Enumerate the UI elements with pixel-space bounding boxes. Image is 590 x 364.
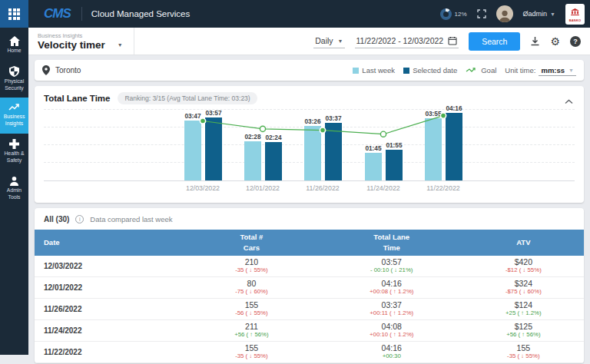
settings-gear-icon[interactable]: ⚙ bbox=[550, 35, 560, 48]
cell-delta: +56 ( ↑ 56%) bbox=[183, 331, 320, 338]
legend-item-selected-date[interactable]: Selected date bbox=[403, 66, 457, 74]
cell-value: 155 bbox=[183, 343, 320, 352]
sidebar-item-health-safety[interactable]: Health & Safety bbox=[0, 134, 28, 170]
chevron-down-icon: ▼ bbox=[568, 68, 574, 73]
sidebar-item-label: Health & Safety bbox=[1, 151, 28, 164]
column-header-total-cars: Total # Cars bbox=[183, 230, 320, 256]
cell-cars: 155-56 ( ↓ 55%) bbox=[183, 300, 320, 316]
cell-delta: -$75 ( ↓ 60%) bbox=[463, 288, 584, 295]
download-icon[interactable] bbox=[530, 36, 540, 46]
chart-legend: Last weekSelected dateGoal bbox=[353, 66, 496, 74]
cell-delta: -56 ( ↓ 55%) bbox=[183, 309, 320, 316]
cell-value: 04:16 bbox=[320, 343, 463, 352]
table-body: 12/03/2022210-35 ( ↓ 55%)03:57- 00:10 ( … bbox=[35, 256, 584, 363]
partner-name: BANKO bbox=[569, 18, 582, 22]
chevron-down-icon: ▼ bbox=[550, 12, 555, 17]
cell-value: $420 bbox=[463, 257, 584, 266]
column-header-atv: ATV bbox=[463, 235, 584, 250]
legend-item-last-week[interactable]: Last week bbox=[353, 66, 395, 74]
app-launcher-button[interactable] bbox=[0, 0, 28, 28]
cell-value: 211 bbox=[183, 322, 320, 331]
cell-cars: 155-35 ( ↓ 55%) bbox=[183, 343, 320, 359]
page-header: Business Insights Velocity timer ▼ Daily… bbox=[28, 28, 590, 55]
unit-time-select[interactable]: mm:ss ▼ bbox=[539, 65, 576, 76]
x-axis-label: 11/22/2022 bbox=[426, 184, 459, 192]
legend-item-goal[interactable]: Goal bbox=[466, 66, 496, 74]
cell-value: 155 bbox=[183, 300, 320, 309]
x-axis-label: 12/03/2022 bbox=[186, 184, 220, 192]
cell-delta: +00:10 ( ↑ 1.2%) bbox=[320, 331, 463, 338]
progress-donut-icon bbox=[440, 8, 452, 20]
table-row[interactable]: 11/26/2022155-56 ( ↓ 55%)03:37+00:11 ( ↑… bbox=[35, 299, 584, 320]
cell-lane: 04:16+00:08 ( ↑ 1.2%) bbox=[320, 279, 463, 295]
cell-lane: 03:57- 00:10 ( ↓ 21%) bbox=[320, 257, 463, 273]
usage-progress: 12% bbox=[440, 8, 467, 20]
report-selector[interactable]: Business Insights Velocity timer ▼ bbox=[28, 28, 134, 55]
user-menu[interactable]: Øadmin ▼ bbox=[523, 10, 555, 18]
cell-atv: $124+25 ( ↑ 1.2%) bbox=[463, 300, 584, 316]
sidebar-item-label: Home bbox=[1, 48, 28, 55]
unit-time-label: Unit time: bbox=[505, 66, 535, 74]
legend-swatch-icon bbox=[353, 68, 359, 74]
cell-value: 04:16 bbox=[320, 279, 463, 288]
table-row[interactable]: 11/24/2022211+56 ( ↑ 56%)04:08+00:10 ( ↑… bbox=[35, 320, 584, 342]
search-button[interactable]: Search bbox=[469, 32, 520, 51]
sidebar-item-business-insights[interactable]: Business Insights bbox=[0, 98, 28, 134]
cell-value: 04:08 bbox=[320, 322, 463, 331]
table-row[interactable]: 12/03/2022210-35 ( ↓ 55%)03:57- 00:10 ( … bbox=[35, 256, 584, 277]
legend-swatch-icon bbox=[403, 68, 409, 74]
table-filter-all[interactable]: All (30) bbox=[44, 215, 69, 223]
page-title: Velocity timer bbox=[38, 39, 105, 51]
progress-label: 12% bbox=[455, 11, 467, 18]
bank-icon bbox=[571, 5, 579, 18]
cell-atv: $420-$12 ( ↓ 55%) bbox=[463, 257, 584, 273]
chart-title: Total Lane Time bbox=[44, 94, 110, 103]
sidebar-item-home[interactable]: Home bbox=[0, 31, 28, 61]
cell-value: 155 bbox=[463, 343, 584, 352]
cms-logo: CMS bbox=[44, 6, 71, 22]
goal-line bbox=[44, 109, 575, 182]
cell-delta: - 00:10 ( ↓ 21%) bbox=[320, 266, 463, 273]
chevron-down-icon: ▼ bbox=[338, 38, 343, 44]
table-row[interactable]: 12/01/202280-75 ( ↓ 60%)04:16+00:08 ( ↑ … bbox=[35, 277, 584, 299]
ranking-badge: Ranking: 3/15 (Avg Total Lane Time: 03:2… bbox=[118, 92, 257, 104]
unit-time-value: mm:ss bbox=[541, 66, 565, 74]
cell-delta: +25 ( ↑ 1.2%) bbox=[463, 309, 584, 316]
user-avatar[interactable] bbox=[496, 5, 513, 22]
sidebar-item-admin-tools[interactable]: Admin Tools bbox=[0, 170, 28, 207]
cell-delta: -35 ( ↓ 55%) bbox=[183, 352, 320, 359]
unit-time-control: Unit time: mm:ss ▼ bbox=[505, 65, 576, 76]
sidebar-item-label: Admin Tools bbox=[1, 187, 28, 201]
collapse-chevron-up-icon[interactable] bbox=[565, 94, 573, 108]
table-row[interactable]: 11/22/2022155-35 ( ↓ 55%)04:16+00:30155-… bbox=[35, 342, 584, 363]
partner-logo-badge[interactable]: BANKO bbox=[565, 4, 585, 25]
data-table-card: All (30) i Data compared last week Date … bbox=[35, 208, 584, 363]
location-selector[interactable]: Toronto bbox=[42, 65, 81, 75]
divider bbox=[81, 7, 82, 21]
cell-value: 03:57 bbox=[320, 257, 463, 266]
location-label: Toronto bbox=[55, 66, 81, 74]
cell-date: 11/24/2022 bbox=[35, 326, 183, 335]
date-range-input[interactable]: 11/22/2022 - 12/03/2022 bbox=[355, 34, 459, 48]
goal-line-icon bbox=[466, 67, 478, 74]
cell-lane: 04:08+00:10 ( ↑ 1.2%) bbox=[320, 322, 463, 338]
cell-date: 11/22/2022 bbox=[35, 348, 183, 356]
cell-atv: $324-$75 ( ↓ 60%) bbox=[463, 279, 584, 295]
sidebar-item-physical-security[interactable]: Physical Security bbox=[0, 61, 28, 98]
cell-delta: +00:11 ( ↑ 1.2%) bbox=[320, 309, 463, 316]
cell-cars: 211+56 ( ↑ 56%) bbox=[183, 322, 320, 338]
chart-icon bbox=[1, 103, 28, 112]
sidebar-item-label: Business Insights bbox=[1, 114, 28, 127]
bar-chart-plot[interactable]: 03:4702:2803:2601:4503:5503:5702:2403:37… bbox=[44, 109, 575, 198]
interval-value: Daily bbox=[315, 36, 333, 45]
help-icon[interactable]: ? bbox=[570, 36, 581, 47]
x-axis-label: 12/01/2022 bbox=[246, 184, 280, 192]
cell-delta: +00:30 bbox=[320, 352, 463, 359]
legend-label: Last week bbox=[362, 66, 395, 74]
cell-value: $125 bbox=[463, 322, 584, 331]
cell-cars: 80-75 ( ↓ 60%) bbox=[183, 279, 320, 295]
fullscreen-icon[interactable] bbox=[477, 9, 486, 18]
interval-select[interactable]: Daily ▼ bbox=[313, 34, 344, 48]
sidebar-item-label: Physical Security bbox=[1, 78, 28, 92]
cell-delta: -35 ( ↓ 55%) bbox=[183, 266, 320, 273]
